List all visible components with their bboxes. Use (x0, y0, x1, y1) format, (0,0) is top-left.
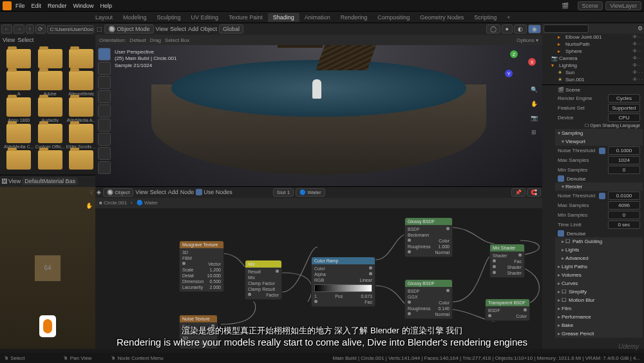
panel-performance[interactable]: Performance (555, 313, 643, 321)
orientation-value[interactable]: Default (129, 37, 146, 43)
cursor-tool[interactable] (98, 62, 111, 75)
folder-item[interactable] (4, 49, 34, 70)
tab-texturepaint[interactable]: Texture Paint (223, 13, 268, 22)
node-noise[interactable]: Noise Texture Fac Color 3D Vector (179, 315, 218, 349)
shading-wireframe[interactable]: ◯ (486, 25, 500, 34)
minsamples-val[interactable]: 0 (608, 166, 640, 174)
folder-item[interactable]: AVerMedia A... (66, 97, 97, 123)
path-field[interactable]: C:\Users\User\Docu... (47, 25, 95, 34)
folder-item[interactable]: Custom Offic... (35, 124, 65, 149)
outliner-item[interactable]: ▸Elbow Joint.001👁·· (542, 34, 644, 41)
featureset-dropdown[interactable]: Supported (608, 104, 640, 112)
folder-item[interactable] (4, 150, 34, 171)
device-dropdown[interactable]: CPU (608, 113, 640, 122)
panel-sampling[interactable]: Sampling (555, 129, 643, 137)
scale-tool[interactable] (98, 104, 111, 117)
editor-type-icon[interactable]: ◈ (97, 189, 101, 195)
folder-item[interactable]: A (4, 71, 34, 96)
denoise2-check[interactable] (558, 230, 564, 237)
tab-add[interactable]: + (502, 13, 515, 22)
ie-view[interactable]: View (8, 178, 21, 184)
editor-type-icon[interactable]: 🖼 (1, 178, 7, 184)
noisethresh-check[interactable] (599, 148, 605, 154)
noisethresh-val[interactable]: 0.1000 (608, 146, 640, 155)
panel-lightpaths[interactable]: Light Paths (555, 262, 643, 271)
usenodes-checkbox[interactable] (196, 189, 202, 195)
node-canvas[interactable]: Musgrave Texture 3D FBM Vector Scale1.20… (95, 208, 542, 349)
folder-item[interactable]: AVerMedia C... (4, 124, 34, 149)
persp-icon[interactable]: ⊞ (528, 126, 540, 138)
3d-viewport[interactable]: User Perspective (25) Main Build | Circl… (95, 45, 542, 186)
outliner-item[interactable]: ▸NurbsPath👁·· (542, 41, 644, 48)
breadcrumb-material[interactable]: 🔵 Water (137, 200, 158, 206)
material-drop[interactable]: DefaultMaterial Bas (22, 177, 78, 185)
filter-icon[interactable]: ⚙ (638, 25, 643, 32)
panel-grease[interactable]: Grease Pencil (555, 329, 643, 338)
drag-label[interactable]: Drag (150, 37, 161, 43)
shading-matpreview[interactable]: ◐ (514, 25, 527, 34)
breadcrumb-object[interactable]: ■ Circle.001 (99, 200, 127, 206)
material-field[interactable]: 🔵 Water (296, 188, 325, 197)
editor-type-icon[interactable]: ⬚ (97, 26, 102, 32)
fb-select[interactable]: Select (17, 37, 33, 43)
outliner-search[interactable] (544, 25, 589, 33)
tab-layout[interactable]: Layout (90, 13, 118, 22)
folder-item[interactable]: Elder Scrolls ... (66, 124, 97, 149)
panel-pathguiding[interactable]: ☐Path Guiding (555, 237, 643, 246)
outliner-item[interactable]: ▸Sphere👁·· (542, 48, 644, 55)
panel-viewport[interactable]: Viewport (555, 137, 643, 146)
snap-icon[interactable]: 🧲 (527, 188, 541, 197)
outliner-item[interactable]: ☀Sun👁·· (542, 69, 644, 76)
addcube-tool[interactable] (98, 161, 111, 174)
folder-item[interactable] (35, 49, 65, 70)
panel-volumes[interactable]: Volumes (555, 271, 643, 279)
shading-solid[interactable]: ● (502, 25, 513, 34)
tab-compositing[interactable]: Compositing (372, 13, 415, 22)
tab-rendering[interactable]: Rendering (336, 13, 373, 22)
folder-item[interactable] (66, 150, 97, 171)
ramp-gradient[interactable] (314, 284, 372, 292)
ne-select[interactable]: Select (150, 189, 166, 195)
transform-tool[interactable] (98, 119, 111, 132)
menu-file[interactable]: File (15, 3, 25, 9)
tab-sculpting[interactable]: Sculpting (152, 13, 186, 22)
move-tool[interactable] (98, 76, 111, 89)
node-mixshader[interactable]: Mix Shader Shader Fac Shader Shader (489, 244, 525, 278)
menu-window[interactable]: Window (73, 3, 94, 9)
vp-select[interactable]: Select (170, 26, 186, 32)
outliner-item[interactable]: ☀Sun.001👁·· (542, 76, 644, 83)
panel-lights[interactable]: Lights (555, 246, 643, 254)
tab-scripting[interactable]: Scripting (469, 13, 502, 22)
selectbox[interactable]: Select Box (165, 37, 189, 43)
ne-view[interactable]: View (135, 189, 147, 195)
pan-icon[interactable]: ✋ (528, 98, 540, 110)
folder-item[interactable] (66, 49, 97, 70)
menu-help[interactable]: Help (100, 3, 113, 9)
tab-shading[interactable]: Shading (268, 13, 299, 22)
fb-view[interactable]: View (3, 37, 15, 43)
select-tool[interactable] (98, 48, 111, 61)
up-button[interactable]: ↑ (26, 25, 34, 34)
tab-animation[interactable]: Animation (299, 13, 336, 22)
node-colorramp[interactable]: Color Ramp Color Alpha RGBLinear 1Pos0.8… (311, 257, 375, 307)
mode-dropdown[interactable]: 🔘 Object Mode (104, 25, 154, 34)
ne-node[interactable]: Node (180, 189, 194, 195)
fwd-button[interactable]: → (14, 25, 24, 34)
annotate-tool[interactable] (98, 133, 111, 146)
image-canvas[interactable]: 64 ☟ ✋ (0, 187, 95, 349)
scene-field[interactable]: Scene (578, 1, 603, 10)
folder-item[interactable]: Allegorithmic (66, 71, 97, 96)
node-glossy[interactable]: Glossy BSDF BSDF Beckmann Color Roughnes… (404, 217, 453, 257)
shading-rendered[interactable]: ◉ (528, 25, 541, 34)
folder-item[interactable]: Anno 1800 (4, 97, 34, 123)
tab-modeling[interactable]: Modeling (118, 13, 152, 22)
orientation-dropdown[interactable]: Global (219, 25, 243, 34)
folder-item[interactable]: Audacity (35, 97, 65, 123)
vp-add[interactable]: Add (188, 26, 198, 32)
back-button[interactable]: ← (1, 25, 12, 34)
vp-object[interactable]: Object (200, 26, 217, 32)
pin-icon[interactable]: 📌 (511, 188, 526, 197)
folder-item[interactable]: Adobe (35, 71, 65, 96)
outliner-item[interactable]: ▾Lighting👁·· (542, 62, 644, 69)
node-mix[interactable]: Mix Result Mix Clamp Factor Clamp Result… (245, 260, 282, 300)
